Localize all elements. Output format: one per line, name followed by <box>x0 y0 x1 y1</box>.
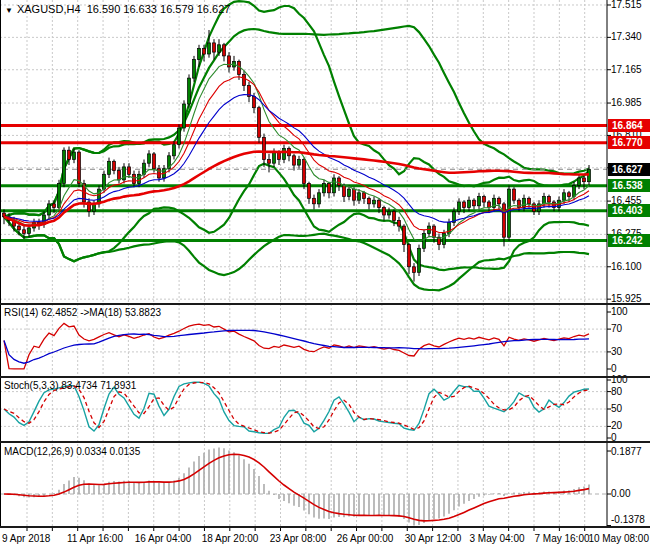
ohlc-readout: 16.590 16.633 16.579 16.627 <box>87 3 231 15</box>
symbol-label-row: ▼XAGUSD,H4 16.590 16.633 16.579 16.627 <box>5 3 230 15</box>
pane-separator[interactable] <box>0 526 650 528</box>
candle-body <box>298 160 301 166</box>
candles-group <box>3 30 591 282</box>
time-axis-label: 18 Apr 20:00 <box>202 533 259 544</box>
stoch-axis-label: 20 <box>611 420 622 431</box>
candle-body <box>568 193 571 197</box>
time-axis-label: 7 May 16:00 <box>534 533 589 544</box>
candle-body <box>133 174 136 183</box>
time-axis-label: 3 May 04:00 <box>469 533 524 544</box>
price-axis-label: 16.100 <box>611 261 642 272</box>
time-axis-label: 16 Apr 04:00 <box>135 533 192 544</box>
price-badge-resistance: 16.770 <box>608 136 650 149</box>
candle-body <box>443 234 446 245</box>
candle-body <box>118 171 121 180</box>
candle-body <box>258 108 261 138</box>
candle-body <box>78 152 81 183</box>
candle-body <box>468 200 471 207</box>
time-axis-label: 23 Apr 08:00 <box>270 533 327 544</box>
candle-body <box>528 198 531 204</box>
candle-body <box>303 160 306 184</box>
candle-body <box>273 152 276 163</box>
candle-body <box>63 150 66 183</box>
time-axis-label: 11 Apr 16:00 <box>67 533 123 544</box>
candle-body <box>253 97 256 108</box>
macd-histogram <box>4 448 589 526</box>
candle-body <box>328 184 331 193</box>
sma-long-line <box>4 152 589 226</box>
candle-body <box>218 45 221 52</box>
candle-body <box>193 60 196 79</box>
symbol-name: XAGUSD,H4 <box>17 3 81 15</box>
candle-body <box>173 145 176 156</box>
candle-body <box>208 43 211 54</box>
rsi-axis-label: 0 <box>611 363 617 374</box>
candle-body <box>573 185 576 196</box>
candle-body <box>358 193 361 200</box>
candle-body <box>508 189 511 237</box>
candle-body <box>483 197 486 203</box>
candle-body <box>243 74 246 85</box>
stoch-axis-label: 80 <box>611 386 622 397</box>
pane-separator[interactable] <box>0 376 650 378</box>
chart-window: ▼XAGUSD,H4 16.590 16.633 16.579 16.627 R… <box>0 0 650 550</box>
price-badge-support: 16.538 <box>608 179 650 192</box>
macd-axis-label: -0.1378 <box>611 514 645 525</box>
candle-body <box>383 208 386 215</box>
candle-body <box>353 189 356 200</box>
candle-body <box>198 49 201 60</box>
candle-body <box>393 211 396 220</box>
candle-body <box>283 148 286 159</box>
candle-body <box>18 226 21 230</box>
pane-separator[interactable] <box>0 303 650 305</box>
price-axis-label: 17.515 <box>611 0 642 10</box>
candle-body <box>418 248 421 272</box>
candle-body <box>563 193 566 200</box>
candle-body <box>408 245 411 267</box>
candle-body <box>28 228 31 234</box>
chart-canvas[interactable] <box>0 0 650 550</box>
price-badge-last: 16.627 <box>608 163 650 176</box>
stoch-pane-label: Stoch(5,3,3) 83.4734 71.8931 <box>4 380 136 391</box>
bollinger-lower-band <box>4 164 589 270</box>
candle-body <box>128 167 131 174</box>
macd-axis-label: 0.1877 <box>611 446 642 457</box>
symbol-dropdown-icon[interactable]: ▼ <box>5 6 13 15</box>
candle-body <box>378 200 381 207</box>
candle-body <box>108 161 111 174</box>
bollinger-upper-band <box>4 26 589 217</box>
candle-body <box>503 204 506 237</box>
candle-body <box>183 104 186 128</box>
candle-body <box>263 137 266 159</box>
candle-body <box>268 160 271 164</box>
macd-signal-line <box>4 454 589 521</box>
candle-body <box>153 154 156 169</box>
bollinger-lower-band <box>4 217 589 291</box>
candle-body <box>223 45 226 56</box>
price-badge-support: 16.242 <box>608 234 650 247</box>
candle-body <box>203 49 206 55</box>
time-axis-label: 30 Apr 12:00 <box>405 533 462 544</box>
candle-body <box>178 128 181 145</box>
pane-separator[interactable] <box>0 441 650 443</box>
rsi-axis-label: 100 <box>611 306 628 317</box>
candle-body <box>23 230 26 234</box>
price-axis-label: 16.985 <box>611 97 642 108</box>
time-axis-label: 9 Apr 2018 <box>2 533 50 544</box>
candle-body <box>338 178 341 185</box>
candle-body <box>398 221 401 227</box>
candle-body <box>583 178 586 182</box>
candle-body <box>463 202 466 208</box>
stoch-axis-label: 50 <box>611 403 622 414</box>
time-axis-label: 10 May 08:00 <box>588 533 649 544</box>
candle-body <box>53 204 56 208</box>
rsi-axis-label: 70 <box>611 323 622 334</box>
candle-body <box>578 178 581 185</box>
time-axis-label: 26 Apr 00:00 <box>337 533 394 544</box>
candle-body <box>388 211 391 215</box>
candle-body <box>413 267 416 273</box>
candle-body <box>348 189 351 196</box>
macd-axis-label: 0.00 <box>611 488 630 499</box>
candle-body <box>293 156 296 165</box>
candle-body <box>423 234 426 249</box>
